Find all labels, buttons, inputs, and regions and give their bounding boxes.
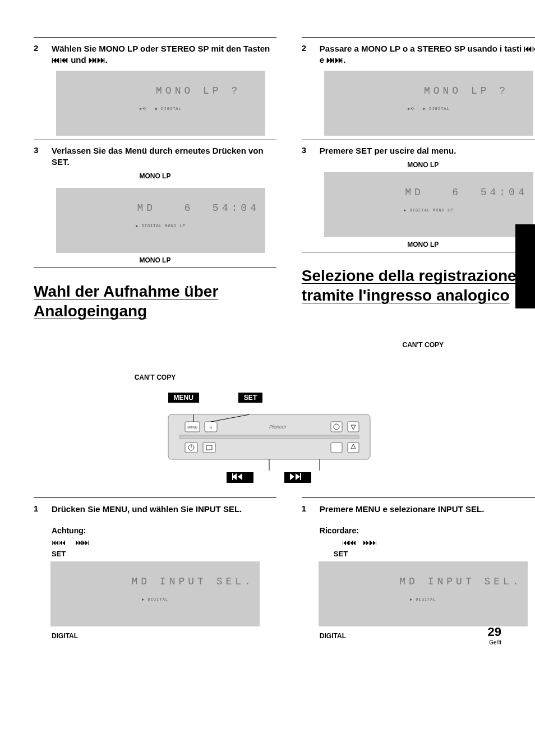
side-tab-marker	[515, 224, 535, 308]
svg-text:S: S	[209, 425, 212, 430]
skip-prev-icon	[232, 473, 248, 480]
lcd-display: MD INPUT SEL. ▶ DIGITAL	[319, 561, 528, 626]
svg-marker-26	[290, 473, 294, 480]
note-block: Achtung: ⏮⏮ ⏭⏭ SET	[52, 526, 276, 558]
step-number: 1	[302, 504, 312, 515]
digital-label: DIGITAL	[320, 632, 535, 640]
skip-next-icon: ⏭⏭	[75, 538, 89, 547]
cant-copy-label: CAN'T COPY	[302, 341, 535, 349]
skip-next-callout	[284, 472, 311, 483]
set-label: SET	[52, 550, 276, 558]
mono-lp-caption: MONO LP	[302, 161, 535, 169]
achtung-label: Achtung:	[52, 526, 276, 535]
step-text: Wählen Sie MONO LP oder STEREO SP mit de…	[52, 43, 276, 66]
step-text: Passare a MONO LP o a STEREO SP usando i…	[320, 43, 535, 66]
step-2-left: 2 Wählen Sie MONO LP oder STEREO SP mit …	[34, 43, 276, 66]
lcd-indicators: ▶⟲ ▶ DIGITAL	[62, 107, 260, 112]
step-2-right: 2 Passare a MONO LP o a STEREO SP usando…	[302, 43, 535, 66]
step-text: Drücken Sie MENU, und wählen Sie INPUT S…	[52, 504, 276, 515]
step-number: 3	[302, 145, 312, 156]
lcd-display: MONO LP ? ▶⟲ ▶ DIGITAL	[324, 71, 533, 136]
svg-rect-25	[232, 473, 233, 480]
svg-text:Pioneer: Pioneer	[269, 424, 287, 430]
lcd-indicators: ▶ DIGITAL MONO LP	[330, 208, 528, 214]
remote-svg: MENU S Pioneer	[163, 406, 376, 479]
lcd-text: MD INPUT SEL.	[131, 576, 253, 587]
step-text: Premere SET per uscire dal menu.	[320, 145, 535, 156]
ricordare-label: Ricordare:	[320, 526, 535, 535]
step-text: Premere MENU e selezionare INPUT SEL.	[320, 504, 535, 515]
page-footer: 29 Ge/It	[488, 625, 501, 646]
lcd-display: MONO LP ? ▶⟲ ▶ DIGITAL	[56, 71, 265, 136]
top-columns: 2 Wählen Sie MONO LP oder STEREO SP mit …	[34, 34, 504, 381]
skip-next-icon: ⏭⏭	[363, 538, 376, 547]
lcd-indicators: ▶ DIGITAL	[56, 597, 254, 603]
skip-icons-row: ⏮⏮ ⏭⏭	[342, 537, 535, 547]
lcd-display: MD 6 54:04 ▶ DIGITAL MONO LP	[324, 172, 533, 237]
step-3-left: 3 Verlassen Sie das Menü durch erneutes …	[34, 145, 276, 168]
lcd-text: MD 6 54:04	[405, 187, 527, 198]
rule	[34, 268, 276, 268]
step-number: 3	[34, 145, 44, 168]
svg-rect-10	[179, 435, 359, 439]
right-column-bottom: 1 Premere MENU e selezionare INPUT SEL. …	[302, 494, 535, 640]
lang-code: Ge/It	[488, 639, 501, 646]
rule	[302, 37, 535, 38]
lcd-text: MD INPUT SEL.	[399, 576, 522, 587]
rule	[302, 252, 535, 252]
rule	[34, 497, 276, 498]
digital-label: DIGITAL	[52, 632, 276, 640]
lcd-text: MONO LP ?	[156, 85, 241, 96]
remote-button-labels: MENU SET	[168, 393, 381, 403]
set-label: SET	[334, 550, 535, 558]
skip-next-icon	[290, 473, 306, 480]
svg-rect-16	[331, 442, 342, 453]
svg-marker-24	[238, 473, 242, 480]
lcd-indicators: ▶ DIGITAL	[324, 597, 522, 603]
page-number: 29	[488, 625, 501, 639]
step-text: Verlassen Sie das Menü durch erneutes Dr…	[52, 145, 276, 168]
right-column: 2 Passare a MONO LP o a STEREO SP usando…	[302, 34, 535, 381]
rule	[302, 497, 535, 498]
section-heading-left: Wahl der Aufnahme über Analogeingang	[34, 282, 276, 321]
page: 2 Wählen Sie MONO LP oder STEREO SP mit …	[0, 0, 535, 662]
lcd-display: MD 6 54:04 ▶ DIGITAL MONO LP	[56, 188, 265, 253]
lcd-display: MD INPUT SEL. ▶ DIGITAL	[50, 561, 260, 626]
remote-diagram: MENU SET MENU S Pioneer	[157, 393, 381, 483]
step-number: 2	[34, 43, 44, 66]
step-1-right: 1 Premere MENU e selezionare INPUT SEL.	[302, 504, 535, 515]
left-column-bottom: 1 Drücken Sie MENU, und wählen Sie INPUT…	[34, 494, 276, 640]
svg-rect-6	[331, 422, 342, 432]
svg-rect-8	[348, 422, 359, 432]
lcd-text: MONO LP ?	[424, 85, 509, 96]
section-heading-right: Selezione della registrazione tramite l'…	[302, 266, 535, 305]
svg-marker-27	[296, 473, 300, 480]
menu-label-callout: MENU	[168, 393, 199, 403]
mono-lp-caption: MONO LP	[34, 172, 276, 180]
left-column: 2 Wählen Sie MONO LP oder STEREO SP mit …	[34, 34, 276, 381]
set-label-callout: SET	[238, 393, 262, 403]
step-number: 1	[34, 504, 44, 515]
rule	[34, 139, 276, 140]
mono-lp-caption: MONO LP	[34, 256, 276, 264]
step-number: 2	[302, 43, 312, 66]
skip-prev-icon: ⏮⏮	[52, 538, 65, 547]
rule	[34, 37, 276, 38]
remote-skip-labels	[157, 472, 381, 483]
step-3-right: 3 Premere SET per uscire dal menu.	[302, 145, 535, 156]
lcd-text: MD 6 54:04	[137, 202, 259, 214]
note-block: Ricordare: ⏮⏮ ⏭⏭ SET	[320, 526, 535, 558]
skip-icons-row: ⏮⏮ ⏭⏭	[52, 537, 276, 547]
cant-copy-label: CAN'T COPY	[34, 374, 276, 381]
skip-prev-callout	[227, 472, 253, 483]
lcd-indicators: ▶⟲ ▶ DIGITAL	[330, 107, 528, 112]
bottom-columns: 1 Drücken Sie MENU, und wählen Sie INPUT…	[34, 494, 504, 640]
svg-rect-14	[203, 442, 215, 453]
lcd-indicators: ▶ DIGITAL MONO LP	[62, 224, 260, 229]
skip-prev-icon: ⏮⏮	[342, 538, 356, 547]
rule	[302, 139, 535, 140]
mono-lp-caption: MONO LP	[302, 241, 535, 248]
step-1-left: 1 Drücken Sie MENU, und wählen Sie INPUT…	[34, 504, 276, 515]
svg-text:MENU: MENU	[187, 426, 197, 429]
svg-rect-28	[300, 473, 301, 480]
